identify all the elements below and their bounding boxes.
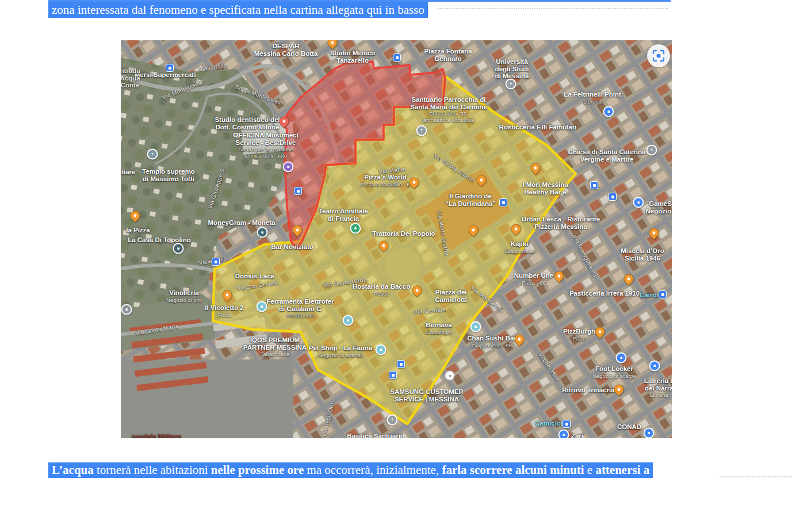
pin-shape [612,382,626,396]
pin-shape [377,239,391,252]
map-image[interactable]: Viale ItaliaSalita MontepiselliVia Monte… [121,40,672,438]
pin-shape [647,226,661,240]
pin-shape [397,360,405,368]
map-pin-circle: ▪ [644,428,655,439]
dotted-underline-bottom [720,476,792,477]
map-pin-circle: ▪ [603,106,614,117]
map-pin-marker [515,335,525,345]
map-pin-circle: ▪ [121,304,132,315]
map-pin-circle: ▪ [173,243,184,254]
pin-shape [552,269,566,283]
map-pin-circle: ▪ [283,162,294,173]
pin-shape [529,161,542,175]
caption-segment: e [584,463,596,477]
pin-shape: ✝ [387,415,398,426]
pin-shape [128,209,142,223]
map-pin-circle: ▪ [649,361,660,372]
map-pin-square [659,290,667,298]
map-pin-marker [293,225,303,235]
map-pin-circle: ▪ [257,227,268,238]
map-pin-marker [624,274,634,284]
pin-shape [294,187,302,195]
pin-shape [509,222,523,236]
pin-shape: ✝ [646,145,657,156]
pin-shape [326,40,339,49]
pin-shape [290,223,304,237]
map-pin-square [389,371,397,379]
pin-shape: ▪ [616,353,627,363]
pin-shape: ▪ [603,106,614,117]
map-pin-square [609,193,617,201]
pin-shape [590,181,598,189]
map-pin-square [393,53,401,62]
pin-shape [277,114,291,128]
map-pin-square [563,420,571,428]
top-caption: zona interessata dal fenomeno e specific… [48,2,428,18]
caption-segment: farla scorrere alcuni minuti [442,463,584,477]
pin-shape [659,290,667,298]
pin-shape: ✦ [147,149,158,160]
pin-shape [393,53,401,62]
map-pin-marker [477,175,487,185]
map-pin-square [166,64,174,72]
map-pin-circle: ✝ [646,145,657,156]
pin-shape: ▪ [633,197,644,208]
pin-shape: ▪ [644,428,655,439]
map-pin-marker [131,211,140,221]
pin-shape: ▪ [470,322,481,332]
map-pin-marker [554,271,564,281]
pin-shape [609,193,617,201]
map-pin-marker [469,225,479,235]
map-pin-marker [280,117,289,127]
map-pin-square [397,360,405,368]
map-pin-circle: ▪ [376,345,387,355]
map-pin-marker [511,224,521,234]
camera-lens-icon [652,49,665,62]
camera-lens-button[interactable] [647,44,670,67]
map-pin-marker [531,163,541,173]
pin-shape: ▪ [283,162,294,173]
pin-shape [212,258,220,266]
caption-segment: ma occorrerà, inizialmente, [304,463,442,477]
dotted-underline-top [438,8,668,9]
caption-segment: tornerà nelle abitazioni [94,463,211,477]
pin-shape: ▪ [121,304,132,315]
caption-segment: attenersi a [595,463,649,477]
pin-shape [499,198,507,206]
map-pin-marker [412,286,422,296]
caption-segment: L’acqua [52,463,94,477]
pin-shape [410,284,424,297]
map-pin-circle: ♣ [350,223,361,234]
pin-shape [407,175,421,189]
pin-shape: ✦ [506,79,516,90]
map-pin-circle: ▪ [470,322,481,332]
map-pin-circle: ▪ [257,301,267,312]
pin-shape [475,173,488,187]
map-pin-square [499,198,507,206]
bottom-caption: L’acqua tornerà nelle abitazioni nelle p… [48,462,653,478]
map-pin-marker [410,178,419,187]
pin-shape: ▪ [257,227,268,238]
map-pin-circle: ▪ [343,315,354,326]
map-pin-square [590,181,598,189]
pin-shape [220,288,234,302]
caption-segment: nelle prossime ore [211,463,304,477]
pin-shape [445,371,455,381]
map-pin-circle: ✝ [416,125,427,136]
map-pin-circle: ✦ [506,79,516,90]
pin-shape: ▪ [558,430,569,439]
map-pin-square [212,258,220,266]
map-pin-marker [614,385,624,395]
map-pin-circle: ▪ [616,353,627,363]
map-pin-circle: ✦ [147,149,158,160]
map-pin-marker [328,40,338,48]
map-pin-circle: ▪ [558,430,569,439]
pin-shape: ▪ [257,301,267,312]
pin-shape [512,332,526,346]
map-pin-dot [445,371,455,381]
map-pin-circle: ▪ [633,197,644,208]
pin-shape [389,371,397,379]
map-pin-marker [595,327,605,337]
pin-shape [166,64,174,72]
map-pin-marker [379,241,389,251]
